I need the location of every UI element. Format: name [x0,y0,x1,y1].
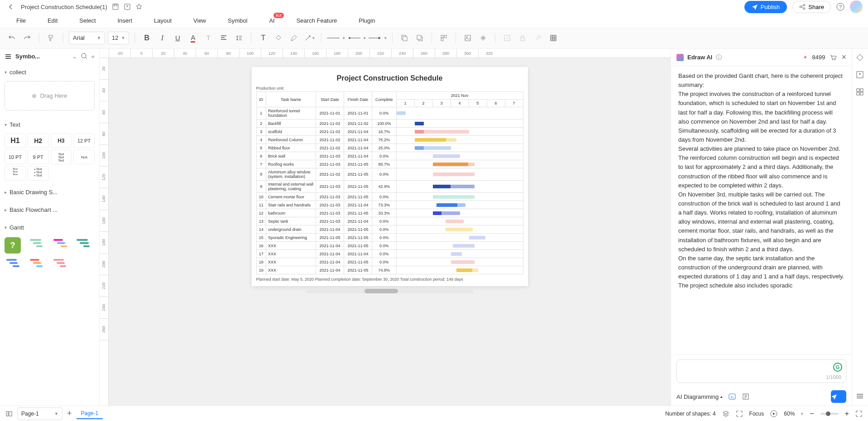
edit-disabled-icon[interactable] [501,32,513,44]
focus-label[interactable]: Focus [749,411,764,417]
layer-front-button[interactable] [413,32,426,44]
gantt-thumb-4[interactable] [5,257,24,270]
task-row[interactable]: 15Sporadic Engineering2021-11-052021-11-… [256,234,523,242]
fullscreen-icon[interactable] [855,410,863,417]
task-row[interactable]: 3scaffold2021-11-022021-11-0416.7% [256,128,523,136]
text-box[interactable]: TextTextText [5,166,26,181]
grid-icon[interactable] [856,88,865,97]
tools-icon[interactable] [532,32,544,44]
help-bubble[interactable]: ? [5,237,21,254]
text-style-button[interactable]: T [202,32,215,44]
share-button[interactable]: Share [792,1,831,13]
fit-icon[interactable] [736,410,743,417]
play-icon[interactable] [770,410,777,417]
font-color-button[interactable]: A [187,32,199,44]
task-row[interactable]: 19XXX2021-11-042021-11-0574.8% [256,266,523,274]
task-row[interactable]: 2Backfill2021-11-022021-11-02100.0% [256,120,523,128]
line-spacing-button[interactable] [233,32,245,44]
text-multiline[interactable]: TextTextText [51,150,72,164]
text-h1[interactable]: H1 [5,134,26,148]
format-painter-icon[interactable] [45,32,58,44]
table-icon[interactable] [547,32,560,44]
text-single[interactable]: Text [73,150,95,164]
align-button[interactable] [217,32,230,44]
collapse-icon[interactable]: « [91,53,95,60]
back-button[interactable] [5,3,16,10]
section-gantt[interactable]: ▾Gantt [5,221,95,234]
task-row[interactable]: 17XXX2021-11-042021-11-040.0% [256,250,523,258]
task-row[interactable]: 13Septic tank2021-11-032021-11-040.0% [256,217,523,225]
chevron-down-icon[interactable]: ⌄ [72,53,77,60]
page[interactable]: Project Construction Schedule Production… [252,67,528,286]
fill-button[interactable] [272,32,285,44]
page-tab-1[interactable]: Page-1 [77,408,103,419]
gantt-thumb-3[interactable] [75,237,95,250]
menu-select[interactable]: Select [68,15,106,26]
gantt-thumb-1[interactable] [28,237,48,250]
task-row[interactable]: 1Reinforced tunnel foundation2021-11-012… [256,107,523,120]
publish-button[interactable]: Publish [744,1,787,13]
zoom-out-button[interactable]: − [810,410,814,418]
library-icon[interactable] [5,53,12,60]
gantt-thumb-5[interactable] [28,257,48,270]
task-row[interactable]: 16XXX2021-11-042021-11-050.0% [256,242,523,250]
text-bullets[interactable]: • Text• Text• Text [28,166,49,181]
ai-diagramming-button[interactable]: AI Diagramming▴ [676,393,723,400]
arrow-start-button[interactable]: ▾ [348,32,366,44]
layers-icon[interactable] [722,410,729,417]
export-icon[interactable] [124,3,131,10]
text-9pt[interactable]: 9 PT [28,150,49,164]
gantt-thumb-2[interactable] [52,237,72,250]
menu-icon[interactable] [856,392,865,401]
bold-button[interactable]: B [140,32,153,44]
drop-zone[interactable]: ⊕ Drag Here [5,81,95,110]
task-row[interactable]: 14underground drain2021-11-042021-11-050… [256,225,523,234]
help-icon[interactable]: ? [836,3,844,11]
ai-help-icon[interactable]: ⓘ [716,53,722,62]
diamond-icon[interactable] [856,53,865,62]
arrow-end-button[interactable]: ▾ [369,32,387,44]
page-list-icon[interactable] [5,410,13,417]
pen-button[interactable] [288,32,300,44]
ai-input[interactable]: G 1/1000 [676,359,846,383]
horizontal-scrollbar[interactable] [306,289,474,293]
menu-file[interactable]: File [5,15,37,26]
ai-tool-icon-2[interactable] [742,392,750,401]
task-row[interactable]: 12bathroom2021-11-032021-11-0533.3% [256,209,523,217]
task-row[interactable]: 4Reinforced Column2021-11-022021-11-0475… [256,136,523,144]
task-row[interactable]: 7Roofing works2021-11-032021-11-0585.7% [256,160,523,168]
layer-back-button[interactable] [398,32,411,44]
redo-button[interactable] [21,32,34,44]
connector-button[interactable]: ▾ [303,32,316,44]
group-button[interactable] [437,32,450,44]
task-row[interactable]: 18XXX2021-11-042021-11-050.0% [256,258,523,266]
text-10pt[interactable]: 10 PT [5,150,26,164]
gantt-thumb-6[interactable] [52,257,72,270]
menu-insert[interactable]: Insert [107,15,144,26]
task-row[interactable]: 6Brick wall2021-11-032021-11-040.0% [256,152,523,160]
task-row[interactable]: 10Cement mortar floor2021-11-032021-11-0… [256,193,523,201]
text-h2[interactable]: H2 [28,134,49,148]
task-row[interactable]: 5Ribbed floor2021-11-022021-11-0425.0% [256,144,523,152]
cart-icon[interactable] [830,54,837,61]
grammarly-icon[interactable]: G [833,363,842,372]
search-icon[interactable] [81,53,88,60]
undo-button[interactable] [5,32,18,44]
add-page-button[interactable]: + [67,409,72,418]
send-button[interactable] [831,390,846,403]
ai-tool-icon-1[interactable] [728,392,736,401]
section-basic-drawing[interactable]: ▸Basic Drawing S... [5,186,95,198]
lock-icon[interactable] [516,32,529,44]
font-select[interactable]: Arial▼ [69,32,105,44]
underline-button[interactable]: U [171,32,184,44]
menu-ai[interactable]: AIhot [258,15,285,26]
save-icon[interactable] [112,3,119,10]
image-button[interactable] [461,32,474,44]
zoom-slider[interactable] [820,413,839,415]
text-12pt[interactable]: 12 PT [73,134,95,148]
avatar[interactable] [850,0,863,13]
menu-search-feature[interactable]: Search Feature [286,15,348,26]
menu-plugin[interactable]: Plugin [348,15,386,26]
font-size-select[interactable]: 12▼ [108,32,129,44]
section-basic-flowchart[interactable]: ▸Basic Flowchart ... [5,204,95,216]
